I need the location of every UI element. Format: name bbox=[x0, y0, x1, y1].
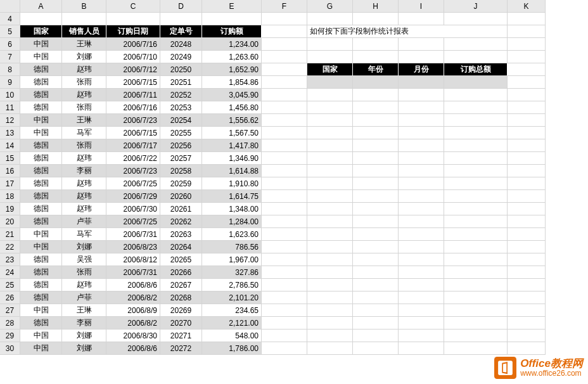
cell-sales[interactable]: 卢菲 bbox=[62, 291, 106, 304]
cell-date[interactable]: 2006/7/23 bbox=[106, 114, 160, 127]
cell-country[interactable]: 德国 bbox=[20, 190, 62, 203]
cell-sales[interactable]: 赵玮 bbox=[62, 63, 106, 76]
cell-sales[interactable]: 赵玮 bbox=[62, 203, 106, 215]
row-header-5[interactable]: 5 bbox=[0, 25, 20, 38]
summary-empty[interactable] bbox=[353, 76, 399, 89]
cell-amount[interactable]: 1,910.80 bbox=[202, 177, 262, 190]
col-header-J[interactable]: J bbox=[444, 0, 508, 13]
cell-amount[interactable]: 1,854.86 bbox=[202, 76, 262, 89]
cell-country[interactable]: 中国 bbox=[20, 228, 62, 241]
row-header-30[interactable]: 30 bbox=[0, 342, 20, 355]
col-header-I[interactable]: I bbox=[399, 0, 444, 13]
col-header-F[interactable]: F bbox=[262, 0, 307, 13]
cell-order[interactable]: 20268 bbox=[160, 291, 202, 304]
cell-country[interactable]: 德国 bbox=[20, 279, 62, 291]
cell-amount[interactable]: 1,456.80 bbox=[202, 101, 262, 114]
cell-sales[interactable]: 刘娜 bbox=[62, 241, 106, 253]
cell-order[interactable]: 20272 bbox=[160, 342, 202, 355]
row-header-23[interactable]: 23 bbox=[0, 253, 20, 266]
cell-date[interactable]: 2006/7/30 bbox=[106, 203, 160, 215]
cell-amount[interactable]: 1,284.00 bbox=[202, 215, 262, 228]
row-header-6[interactable]: 6 bbox=[0, 38, 20, 51]
cell-order[interactable]: 20254 bbox=[160, 114, 202, 127]
cell-country[interactable]: 德国 bbox=[20, 291, 62, 304]
row-header-13[interactable]: 13 bbox=[0, 127, 20, 139]
cell-order[interactable]: 20256 bbox=[160, 139, 202, 152]
row-header-7[interactable]: 7 bbox=[0, 51, 20, 63]
cell-order[interactable]: 20259 bbox=[160, 177, 202, 190]
cell-amount[interactable]: 234.65 bbox=[202, 304, 262, 317]
cell-amount[interactable]: 1,556.62 bbox=[202, 114, 262, 127]
cell-country[interactable]: 中国 bbox=[20, 241, 62, 253]
cell-country[interactable]: 德国 bbox=[20, 63, 62, 76]
cell-amount[interactable]: 1,417.80 bbox=[202, 139, 262, 152]
cell-order[interactable]: 20269 bbox=[160, 304, 202, 317]
row-header-20[interactable]: 20 bbox=[0, 215, 20, 228]
row-header-8[interactable]: 8 bbox=[0, 63, 20, 76]
cell-date[interactable]: 2006/7/31 bbox=[106, 228, 160, 241]
cell-sales[interactable]: 马军 bbox=[62, 228, 106, 241]
cell-date[interactable]: 2006/8/23 bbox=[106, 241, 160, 253]
cell-date[interactable]: 2006/7/16 bbox=[106, 101, 160, 114]
col-header-K[interactable]: K bbox=[508, 0, 546, 13]
cell-country[interactable]: 德国 bbox=[20, 76, 62, 89]
cell-amount[interactable]: 786.56 bbox=[202, 241, 262, 253]
cell-sales[interactable]: 卢菲 bbox=[62, 215, 106, 228]
cell-country[interactable]: 中国 bbox=[20, 342, 62, 355]
col-header-D[interactable]: D bbox=[160, 0, 202, 13]
cell-date[interactable]: 2006/7/12 bbox=[106, 63, 160, 76]
col-header-C[interactable]: C bbox=[106, 0, 160, 13]
cell-sales[interactable]: 李丽 bbox=[62, 165, 106, 177]
cell-sales[interactable]: 马军 bbox=[62, 127, 106, 139]
summary-empty[interactable] bbox=[444, 76, 508, 89]
cell-date[interactable]: 2006/7/29 bbox=[106, 190, 160, 203]
cell-order[interactable]: 20260 bbox=[160, 190, 202, 203]
cell-sales[interactable]: 刘娜 bbox=[62, 330, 106, 342]
cell-country[interactable]: 德国 bbox=[20, 177, 62, 190]
cell-order[interactable]: 20271 bbox=[160, 330, 202, 342]
cell-amount[interactable]: 1,786.00 bbox=[202, 342, 262, 355]
col-header-B[interactable]: B bbox=[62, 0, 106, 13]
summary-empty[interactable] bbox=[307, 76, 353, 89]
cell-country[interactable]: 德国 bbox=[20, 317, 62, 330]
cell-date[interactable]: 2006/7/15 bbox=[106, 76, 160, 89]
row-header-22[interactable]: 22 bbox=[0, 241, 20, 253]
cell-sales[interactable]: 张雨 bbox=[62, 139, 106, 152]
cell-date[interactable]: 2006/7/16 bbox=[106, 38, 160, 51]
cell-order[interactable]: 20257 bbox=[160, 152, 202, 165]
cell-date[interactable]: 2006/8/9 bbox=[106, 304, 160, 317]
cell-order[interactable]: 20270 bbox=[160, 317, 202, 330]
cell-order[interactable]: 20261 bbox=[160, 203, 202, 215]
cell-order[interactable]: 20249 bbox=[160, 51, 202, 63]
cell-sales[interactable]: 赵玮 bbox=[62, 89, 106, 101]
cell-country[interactable]: 德国 bbox=[20, 89, 62, 101]
cell-amount[interactable]: 1,652.90 bbox=[202, 63, 262, 76]
cell-country[interactable]: 中国 bbox=[20, 51, 62, 63]
cell-amount[interactable]: 2,786.50 bbox=[202, 279, 262, 291]
cell-order[interactable]: 20266 bbox=[160, 266, 202, 279]
row-header-29[interactable]: 29 bbox=[0, 330, 20, 342]
cell-amount[interactable]: 1,567.50 bbox=[202, 127, 262, 139]
cell-sales[interactable]: 王琳 bbox=[62, 38, 106, 51]
col-header-G[interactable]: G bbox=[307, 0, 353, 13]
cell-amount[interactable]: 548.00 bbox=[202, 330, 262, 342]
cell-country[interactable]: 德国 bbox=[20, 253, 62, 266]
cell-amount[interactable]: 1,348.00 bbox=[202, 203, 262, 215]
cell-country[interactable]: 中国 bbox=[20, 304, 62, 317]
cell-order[interactable]: 20265 bbox=[160, 253, 202, 266]
cell-date[interactable]: 2006/8/6 bbox=[106, 342, 160, 355]
cell-country[interactable]: 德国 bbox=[20, 152, 62, 165]
cell-order[interactable]: 20263 bbox=[160, 228, 202, 241]
cell-sales[interactable]: 张雨 bbox=[62, 76, 106, 89]
cell-sales[interactable]: 吴强 bbox=[62, 253, 106, 266]
cell-order[interactable]: 20255 bbox=[160, 127, 202, 139]
cell-country[interactable]: 德国 bbox=[20, 215, 62, 228]
cell-amount[interactable]: 2,121.00 bbox=[202, 317, 262, 330]
cell-sales[interactable]: 李丽 bbox=[62, 317, 106, 330]
cell-date[interactable]: 2006/7/15 bbox=[106, 127, 160, 139]
cell-amount[interactable]: 2,101.20 bbox=[202, 291, 262, 304]
row-header-26[interactable]: 26 bbox=[0, 291, 20, 304]
cell-amount[interactable]: 1,614.75 bbox=[202, 190, 262, 203]
cell-sales[interactable]: 张雨 bbox=[62, 266, 106, 279]
cell-country[interactable]: 中国 bbox=[20, 114, 62, 127]
